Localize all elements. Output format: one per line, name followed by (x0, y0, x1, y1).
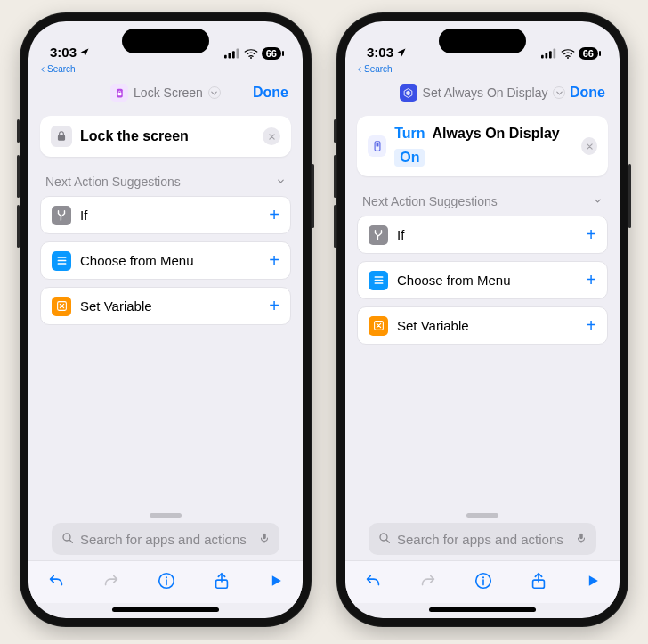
svg-rect-25 (374, 280, 383, 281)
header: Set Always On Display Done (345, 75, 620, 110)
chevron-left-icon (356, 66, 363, 73)
breadcrumb-label: Search (364, 64, 393, 74)
action-text: Lock the screen (80, 128, 189, 144)
chevron-down-icon (208, 86, 221, 99)
location-icon (396, 47, 407, 58)
branch-icon (52, 206, 71, 225)
svg-rect-10 (57, 263, 66, 265)
svg-rect-2 (232, 51, 235, 58)
action-object: Always On Display (433, 126, 560, 142)
share-button[interactable] (529, 571, 548, 594)
search-input[interactable]: Search for apps and actions (369, 523, 596, 555)
suggestion-label: Set Variable (397, 318, 469, 333)
clear-button[interactable] (581, 137, 597, 155)
suggestion-if[interactable]: If + (357, 216, 608, 254)
mic-icon[interactable] (258, 531, 271, 548)
svg-rect-19 (549, 51, 552, 58)
status-time: 3:03 (50, 45, 77, 60)
status-time: 3:03 (367, 45, 393, 60)
action-card[interactable]: Lock the screen (40, 116, 291, 157)
header-title: Set Always On Display (423, 86, 548, 100)
svg-rect-3 (236, 49, 239, 59)
action-verb[interactable]: Turn (394, 126, 425, 142)
svg-point-4 (250, 57, 252, 59)
suggestions-title: Next Action Suggestions (45, 175, 181, 189)
breadcrumb-label: Search (47, 64, 76, 74)
location-icon (79, 47, 90, 58)
suggestion-label: If (397, 227, 404, 242)
search-icon (61, 531, 75, 548)
mic-icon[interactable] (575, 531, 587, 548)
action-text: Turn Always On Display On (394, 126, 573, 167)
xbox-icon (52, 297, 71, 316)
add-icon[interactable]: + (586, 270, 596, 290)
sheet-grabber[interactable] (150, 513, 182, 518)
add-icon[interactable]: + (586, 315, 596, 336)
share-button[interactable] (212, 571, 231, 594)
list-icon (52, 251, 71, 271)
header-chip[interactable]: Lock Screen (110, 84, 221, 102)
display-icon (368, 135, 386, 157)
svg-rect-24 (374, 276, 383, 278)
suggestion-var[interactable]: Set Variable + (40, 287, 291, 325)
suggestion-label: Choose from Menu (397, 273, 511, 288)
chevron-left-icon (39, 66, 46, 73)
add-icon[interactable]: + (586, 224, 596, 245)
done-button[interactable]: Done (253, 85, 288, 101)
suggestions-header[interactable]: Next Action Suggestions (362, 194, 603, 208)
dynamic-island (122, 29, 209, 53)
undo-button[interactable] (46, 571, 66, 594)
svg-point-21 (567, 57, 569, 59)
home-indicator[interactable] (429, 607, 536, 612)
search-icon (377, 531, 392, 548)
battery-icon: 66 (579, 47, 598, 60)
screen: 3:03 66 Search Lock Screen (28, 21, 303, 618)
sheet-grabber[interactable] (466, 513, 498, 518)
info-button[interactable] (474, 571, 493, 594)
chevron-down-icon (276, 175, 286, 189)
breadcrumb[interactable]: Search (39, 64, 76, 74)
header-chip[interactable]: Set Always On Display (400, 84, 566, 102)
lockscreen-icon (110, 84, 128, 102)
suggestion-menu[interactable]: Choose from Menu + (357, 261, 608, 299)
svg-rect-13 (263, 533, 266, 538)
suggestion-var[interactable]: Set Variable + (357, 306, 608, 345)
play-button[interactable] (584, 572, 602, 593)
suggestion-if[interactable]: If + (40, 196, 291, 234)
add-icon[interactable]: + (269, 205, 279, 225)
phone-frame: 3:03 66 Search Lock Screen (20, 12, 312, 627)
wifi-icon (561, 48, 575, 59)
svg-rect-17 (541, 55, 544, 59)
clear-button[interactable] (263, 127, 280, 145)
chevron-down-icon (593, 194, 603, 208)
suggestions-header[interactable]: Next Action Suggestions (45, 175, 286, 189)
suggestions-title: Next Action Suggestions (362, 194, 498, 208)
undo-button[interactable] (363, 571, 383, 594)
suggestion-menu[interactable]: Choose from Menu + (40, 241, 291, 280)
redo-button (101, 571, 121, 594)
toolbar (345, 560, 620, 603)
search-input[interactable]: Search for apps and actions (52, 523, 279, 555)
add-icon[interactable]: + (269, 250, 279, 271)
add-icon[interactable]: + (269, 296, 279, 316)
svg-rect-0 (224, 55, 227, 59)
main: Lock the screen Next Action Suggestions … (28, 110, 303, 560)
signal-icon (224, 48, 240, 59)
svg-rect-26 (374, 282, 383, 284)
done-button[interactable]: Done (570, 85, 605, 101)
header-title: Lock Screen (134, 86, 203, 100)
home-indicator[interactable] (112, 607, 219, 612)
play-button[interactable] (267, 572, 285, 593)
header: Lock Screen Done (28, 75, 303, 110)
info-button[interactable] (157, 571, 176, 594)
action-card[interactable]: Turn Always On Display On (357, 116, 608, 176)
chevron-down-icon (553, 86, 565, 99)
suggestion-label: Set Variable (80, 298, 152, 314)
svg-rect-9 (57, 260, 66, 262)
main: Turn Always On Display On Next Action Su… (345, 110, 620, 560)
dynamic-island (439, 29, 526, 53)
action-state[interactable]: On (394, 149, 425, 167)
toolbar (28, 560, 303, 603)
svg-rect-20 (553, 49, 555, 59)
breadcrumb[interactable]: Search (356, 64, 393, 74)
